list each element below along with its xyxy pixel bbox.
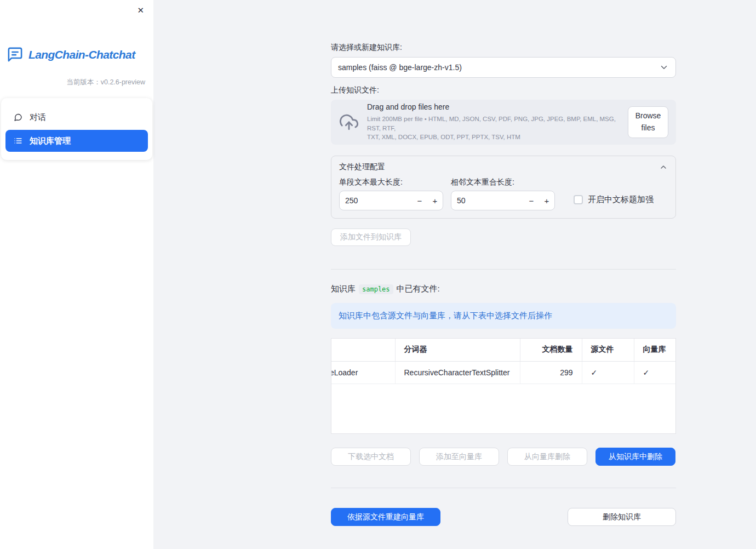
- max-length-increment-button[interactable]: +: [427, 196, 443, 205]
- chevron-down-icon: [659, 62, 669, 72]
- max-length-value[interactable]: 250: [345, 196, 412, 205]
- overlap-length-input[interactable]: 50 − +: [451, 191, 555, 210]
- info-text: 知识库中包含源文件与向量库，请从下表中选择文件后操作: [339, 311, 552, 320]
- config-title: 文件处理配置: [339, 162, 385, 172]
- kb-select-label: 请选择或新建知识库:: [331, 43, 676, 53]
- menu-item-label: 知识库管理: [30, 136, 71, 146]
- sidebar-close-button[interactable]: ✕: [135, 4, 146, 16]
- remove-from-vector-store-button[interactable]: 从向量库删除: [507, 448, 587, 466]
- add-to-vector-store-button[interactable]: 添加至向量库: [419, 448, 499, 466]
- kb-name-code: samples: [359, 284, 393, 294]
- chevron-up-icon[interactable]: [659, 163, 668, 171]
- config-expander-header[interactable]: 文件处理配置: [339, 162, 668, 172]
- config-controls: 单段文本最大长度: 250 − + 相邻文本重合长度: 50 − +: [339, 178, 668, 210]
- max-length-label: 单段文本最大长度:: [339, 178, 443, 187]
- info-banner: 知识库中包含源文件与向量库，请从下表中选择文件后操作: [331, 303, 676, 329]
- main-content: 请选择或新建知识库: samples (faiss @ bge-large-zh…: [153, 0, 756, 549]
- cell-source-check: ✓: [582, 361, 634, 384]
- file-uploader-dropzone[interactable]: Drag and drop files here Limit 200MB per…: [331, 100, 676, 145]
- overlap-decrement-button[interactable]: −: [524, 196, 539, 205]
- max-length-field: 单段文本最大长度: 250 − +: [339, 178, 443, 210]
- sidebar: ✕ LangChain-Chatchat 当前版本：v0.2.6-preview: [0, 0, 153, 549]
- zh-title-enhance-checkbox[interactable]: 开启中文标题加强: [574, 195, 654, 205]
- col-header-splitter[interactable]: 分词器: [395, 339, 520, 361]
- checkbox-label: 开启中文标题加强: [588, 195, 654, 205]
- overlap-length-field: 相邻文本重合长度: 50 − +: [451, 178, 555, 210]
- overlap-length-label: 相邻文本重合长度:: [451, 178, 555, 187]
- drag-drop-text: Drag and drop files here: [367, 102, 619, 111]
- add-files-to-kb-button[interactable]: 添加文件到知识库: [331, 228, 411, 246]
- rebuild-vector-store-button[interactable]: 依据源文件重建向量库: [331, 508, 440, 526]
- browse-files-button[interactable]: Browse files: [628, 106, 668, 138]
- sidebar-item-dialogue[interactable]: 对话: [5, 106, 148, 128]
- kb-selected-value: samples (faiss @ bge-large-zh-v1.5): [338, 63, 462, 72]
- divider: [331, 269, 676, 270]
- sidebar-item-knowledge-base[interactable]: 知识库管理: [5, 130, 148, 152]
- upload-limit-text: Limit 200MB per file • HTML, MD, JSON, C…: [367, 115, 619, 142]
- chat-bubble-icon: [14, 113, 22, 122]
- cell-vector-check: ✓: [634, 361, 676, 384]
- delete-from-kb-button[interactable]: 从知识库中删除: [595, 448, 675, 466]
- col-header-loader[interactable]: 文档加载器: [331, 339, 395, 361]
- cell-doc-count: 299: [520, 361, 582, 384]
- chat-logo-icon: [7, 46, 24, 63]
- upload-cloud-icon: [340, 113, 358, 131]
- col-header-doc-count[interactable]: 文档数量: [520, 339, 582, 361]
- list-icon: [14, 136, 22, 145]
- download-selected-button[interactable]: 下载选中文档: [331, 448, 411, 466]
- table-header-row: 文档加载器 分词器 文档数量 源文件 向量库: [331, 339, 676, 361]
- files-table[interactable]: 文档加载器 分词器 文档数量 源文件 向量库 UnstructuredFileL…: [331, 338, 676, 434]
- upload-limit-line-1: Limit 200MB per file • HTML, MD, JSON, C…: [367, 115, 619, 133]
- divider: [331, 488, 676, 488]
- content-column: 请选择或新建知识库: samples (faiss @ bge-large-zh…: [331, 0, 676, 526]
- kb-files-prefix: 知识库: [331, 284, 356, 294]
- upload-limit-line-2: TXT, XML, DOCX, EPUB, ODT, PPT, PPTX, TS…: [367, 133, 619, 142]
- version-text: 当前版本：v0.2.6-preview: [0, 78, 153, 87]
- app-root: ✕ LangChain-Chatchat 当前版本：v0.2.6-preview: [0, 0, 756, 549]
- app-logo: LangChain-Chatchat: [7, 46, 153, 63]
- kb-files-suffix: 中已有文件:: [397, 284, 440, 294]
- upload-label: 上传知识文件:: [331, 85, 676, 95]
- overlap-length-value[interactable]: 50: [457, 196, 524, 205]
- files-table-grid: 文档加载器 分词器 文档数量 源文件 向量库 UnstructuredFileL…: [331, 339, 676, 384]
- col-header-source-file[interactable]: 源文件: [582, 339, 634, 361]
- cell-splitter: RecursiveCharacterTextSplitter: [395, 361, 520, 384]
- uploader-text: Drag and drop files here Limit 200MB per…: [367, 102, 619, 142]
- col-header-vector-store[interactable]: 向量库: [634, 339, 676, 361]
- max-length-input[interactable]: 250 − +: [339, 191, 443, 210]
- kb-selectbox[interactable]: samples (faiss @ bge-large-zh-v1.5): [331, 57, 676, 78]
- table-actions: 下载选中文档 添加至向量库 从向量库删除 从知识库中删除: [331, 448, 676, 466]
- logo-text: LangChain-Chatchat: [28, 48, 135, 61]
- kb-global-actions: 依据源文件重建向量库 删除知识库: [331, 508, 676, 526]
- menu-item-label: 对话: [30, 112, 46, 123]
- close-icon: ✕: [137, 5, 144, 15]
- kb-files-heading: 知识库 samples 中已有文件:: [331, 284, 676, 294]
- delete-kb-button[interactable]: 删除知识库: [568, 508, 676, 526]
- max-length-decrement-button[interactable]: −: [412, 196, 427, 205]
- sidebar-menu: 对话 知识库管理: [1, 98, 152, 160]
- checkbox-box[interactable]: [574, 195, 583, 204]
- cell-loader: UnstructuredFileLoader: [331, 361, 395, 384]
- overlap-increment-button[interactable]: +: [539, 196, 554, 205]
- config-expander: 文件处理配置 单段文本最大长度: 250 − +: [331, 156, 676, 219]
- table-row[interactable]: UnstructuredFileLoader RecursiveCharacte…: [331, 361, 676, 384]
